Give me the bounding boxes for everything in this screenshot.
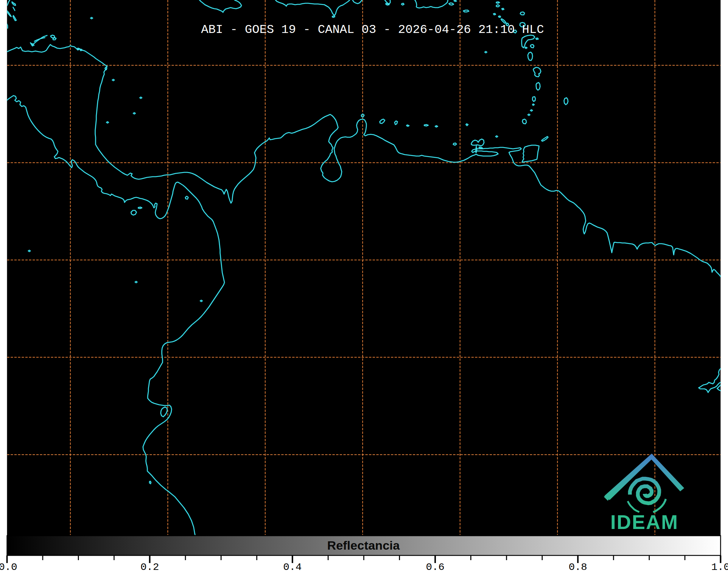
svg-text:1.0: 1.0 [711, 561, 728, 571]
svg-text:0.8: 0.8 [569, 561, 587, 571]
svg-text:0.6: 0.6 [426, 561, 444, 571]
svg-text:0.2: 0.2 [140, 561, 159, 571]
svg-text:Reflectancia: Reflectancia [327, 538, 400, 552]
svg-text:ABI - GOES 19 - CANAL 03 - 202: ABI - GOES 19 - CANAL 03 - 2026-04-26 21… [201, 23, 544, 37]
svg-text:0.0: 0.0 [0, 561, 17, 571]
svg-text:0.4: 0.4 [283, 561, 302, 571]
svg-text:IDEAM: IDEAM [610, 511, 678, 533]
